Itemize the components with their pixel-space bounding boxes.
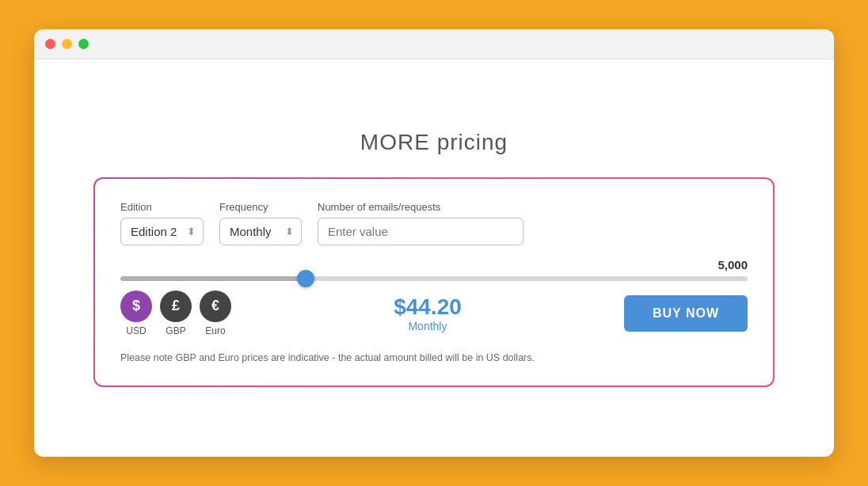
emails-input[interactable]: [318, 218, 523, 245]
maximize-button[interactable]: [78, 39, 89, 49]
slider-container: [120, 276, 748, 281]
currency-icons: $ USD £ GBP € Euro: [120, 290, 231, 336]
currency-euro[interactable]: € Euro: [200, 290, 231, 336]
slider-track: [120, 276, 748, 281]
frequency-group: Frequency Monthly Annually: [219, 201, 302, 245]
minimize-button[interactable]: [62, 39, 72, 49]
disclaimer-text: Please note GBP and Euro prices are indi…: [120, 352, 748, 363]
app-window: MORE pricing Edition Edition 1 Edition 2…: [34, 29, 834, 457]
pricing-card: Edition Edition 1 Edition 2 Edition 3 Fr…: [93, 177, 775, 387]
close-button[interactable]: [45, 39, 55, 49]
euro-label: Euro: [205, 325, 225, 336]
edition-select[interactable]: Edition 1 Edition 2 Edition 3: [120, 218, 204, 245]
usd-icon[interactable]: $: [120, 290, 152, 322]
frequency-label: Frequency: [219, 201, 302, 213]
currency-usd[interactable]: $ USD: [120, 290, 152, 336]
price-frequency: Monthly: [408, 320, 447, 332]
frequency-select[interactable]: Monthly Annually: [219, 218, 302, 245]
slider-value: 5,000: [718, 258, 748, 271]
euro-icon[interactable]: €: [200, 290, 231, 322]
usd-label: USD: [126, 325, 146, 336]
emails-slider[interactable]: [120, 276, 748, 281]
titlebar: [34, 29, 834, 59]
gbp-label: GBP: [166, 325, 185, 336]
bottom-row: $ USD £ GBP € Euro $44.20 Monthly: [120, 290, 748, 336]
page-title: MORE pricing: [360, 130, 508, 155]
price-amount: $44.20: [394, 294, 462, 320]
edition-label: Edition: [120, 201, 204, 213]
edition-select-wrapper: Edition 1 Edition 2 Edition 3: [120, 218, 204, 245]
gbp-icon[interactable]: £: [160, 290, 192, 322]
frequency-select-wrapper: Monthly Annually: [219, 218, 302, 245]
edition-group: Edition Edition 1 Edition 2 Edition 3: [120, 201, 204, 245]
emails-label: Number of emails/requests: [318, 201, 523, 213]
window-content: MORE pricing Edition Edition 1 Edition 2…: [34, 59, 834, 457]
slider-row: 5,000: [120, 258, 748, 281]
emails-group: Number of emails/requests: [318, 201, 523, 245]
form-row: Edition Edition 1 Edition 2 Edition 3 Fr…: [120, 201, 748, 245]
price-area: $44.20 Monthly: [394, 294, 462, 332]
currency-gbp[interactable]: £ GBP: [160, 290, 192, 336]
buy-now-button[interactable]: BUY NOW: [624, 295, 748, 332]
